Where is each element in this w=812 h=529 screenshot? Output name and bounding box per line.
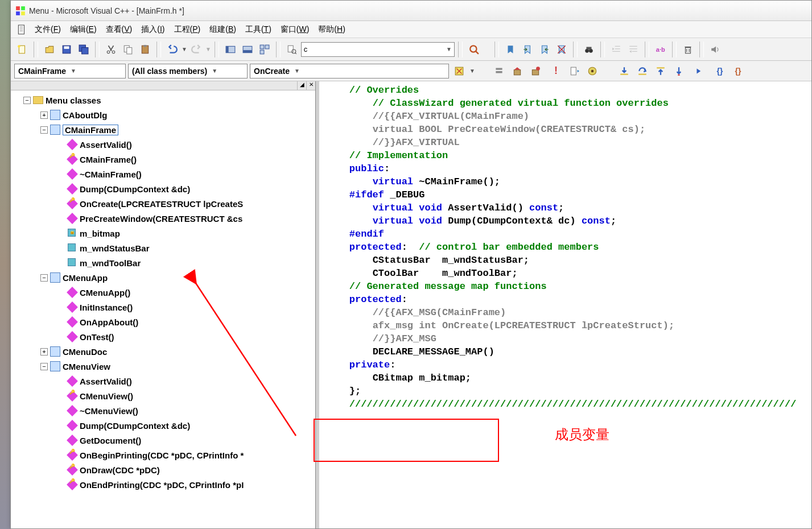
pane-close-button[interactable]: ✕ bbox=[306, 81, 315, 90]
go-button[interactable] bbox=[566, 63, 582, 79]
tree-label[interactable]: OnDraw(CDC *pDC) bbox=[80, 465, 160, 475]
save-all-button[interactable] bbox=[76, 42, 92, 57]
class-tree[interactable]: −Menu classes+CAboutDlg−CMainFrameAssert… bbox=[11, 90, 315, 528]
pane-maximize-button[interactable]: ◢ bbox=[297, 81, 306, 90]
menu-f[interactable]: 文件(F) bbox=[30, 23, 65, 36]
find-in-files-button[interactable] bbox=[284, 42, 300, 57]
tree-node[interactable]: m_wndToolBar bbox=[13, 255, 313, 270]
code-editor-pane[interactable]: // Overrides // ClassWizard generated vi… bbox=[319, 81, 811, 528]
bookmark-toggle-button[interactable] bbox=[502, 42, 518, 57]
paste-button[interactable] bbox=[137, 42, 153, 57]
tree-node[interactable]: −CMenuView bbox=[13, 359, 313, 374]
tree-toggle[interactable]: + bbox=[40, 348, 48, 356]
save-button[interactable] bbox=[59, 42, 75, 57]
tree-node[interactable]: Dump(CDumpContext &dc) bbox=[13, 181, 313, 196]
tree-node[interactable]: Dump(CDumpContext &dc) bbox=[13, 418, 313, 433]
undo-button[interactable] bbox=[164, 42, 180, 57]
unindent-button[interactable] bbox=[625, 42, 641, 57]
tree-label[interactable]: CMainFrame() bbox=[80, 155, 137, 164]
tree-label[interactable]: PreCreateWindow(CREATESTRUCT &cs bbox=[80, 214, 242, 224]
tree-toggle[interactable]: − bbox=[40, 274, 48, 282]
stop-build-button[interactable] bbox=[527, 63, 543, 79]
cut-button[interactable] bbox=[103, 42, 119, 57]
tree-node[interactable]: OnCreate(LPCREATESTRUCT lpCreateS bbox=[13, 196, 313, 211]
tree-label[interactable]: GetDocument() bbox=[80, 436, 141, 445]
step-into-button[interactable] bbox=[616, 63, 632, 79]
tree-node[interactable]: −CMenuApp bbox=[13, 270, 313, 285]
tree-node[interactable]: OnEndPrinting(CDC *pDC, CPrintInfo *pI bbox=[13, 477, 313, 492]
tree-node[interactable]: OnBeginPrinting(CDC *pDC, CPrintInfo * bbox=[13, 448, 313, 462]
tree-label[interactable]: m_bitmap bbox=[80, 229, 120, 238]
tree-node[interactable]: ~CMenuView() bbox=[13, 403, 313, 418]
speaker-button[interactable] bbox=[707, 42, 723, 57]
tree-label[interactable]: CAboutDlg bbox=[63, 110, 107, 120]
wizard-action-button[interactable] bbox=[451, 63, 467, 79]
tree-label[interactable]: OnAppAbout() bbox=[80, 317, 138, 327]
open-button[interactable] bbox=[42, 42, 57, 57]
tree-label[interactable]: m_wndToolBar bbox=[80, 258, 141, 268]
tree-label[interactable]: AssertValid() bbox=[80, 377, 132, 386]
breakpoint-button[interactable] bbox=[584, 63, 600, 79]
indent-button[interactable] bbox=[608, 42, 624, 57]
copy-button[interactable] bbox=[120, 42, 136, 57]
tree-label[interactable]: CMenuApp() bbox=[80, 288, 130, 297]
tree-label[interactable]: Dump(CDumpContext &dc) bbox=[80, 184, 190, 194]
tree-node[interactable]: OnTest() bbox=[13, 329, 313, 344]
find-button[interactable] bbox=[466, 42, 482, 57]
tree-label[interactable]: Menu classes bbox=[46, 96, 101, 105]
tree-label[interactable]: Dump(CDumpContext &dc) bbox=[80, 421, 190, 431]
bookmark-next-button[interactable] bbox=[520, 42, 535, 57]
tree-label[interactable]: CMenuApp bbox=[63, 273, 108, 283]
tree-node[interactable]: AssertValid() bbox=[13, 137, 313, 152]
menu-i[interactable]: 插入(I) bbox=[137, 23, 169, 36]
brace-left-button[interactable]: {} bbox=[712, 63, 728, 79]
tree-label[interactable]: OnCreate(LPCREATESTRUCT lpCreateS bbox=[80, 199, 243, 209]
menu-e[interactable]: 编辑(E) bbox=[65, 23, 101, 36]
member-dropdown[interactable]: OnCreate ▼ bbox=[250, 64, 449, 78]
menu-b[interactable]: 组建(B) bbox=[205, 23, 241, 36]
tree-node[interactable]: +CMenuDoc bbox=[13, 344, 313, 359]
ab-button[interactable]: a·b bbox=[653, 42, 669, 57]
code-editor[interactable]: // Overrides // ClassWizard generated vi… bbox=[319, 81, 811, 413]
step-over-button[interactable] bbox=[634, 63, 650, 79]
tree-node[interactable]: GetDocument() bbox=[13, 433, 313, 448]
tree-label[interactable]: ~CMenuView() bbox=[80, 406, 138, 416]
tree-toggle[interactable]: − bbox=[40, 126, 48, 134]
tree-label[interactable]: AssertValid() bbox=[80, 140, 132, 150]
tree-node[interactable]: CMenuApp() bbox=[13, 285, 313, 300]
bookmark-prev-button[interactable] bbox=[537, 42, 553, 57]
tree-label[interactable]: CMenuDoc bbox=[63, 347, 107, 357]
tree-toggle[interactable]: − bbox=[40, 363, 48, 370]
tree-node[interactable]: +CAboutDlg bbox=[13, 108, 313, 122]
tree-label[interactable]: OnEndPrinting(CDC *pDC, CPrintInfo *pI bbox=[80, 480, 244, 490]
step-out-button[interactable] bbox=[653, 63, 669, 79]
tree-toggle[interactable]: + bbox=[40, 111, 48, 119]
tree-node[interactable]: OnAppAbout() bbox=[13, 315, 313, 329]
bookmark-clear-button[interactable] bbox=[554, 42, 570, 57]
menu-t[interactable]: 工具(T) bbox=[241, 23, 276, 36]
tree-label[interactable]: CMenuView() bbox=[80, 391, 133, 401]
tree-node[interactable]: −CMainFrame bbox=[13, 122, 313, 137]
build-button[interactable] bbox=[509, 63, 525, 79]
tree-node[interactable]: CMainFrame() bbox=[13, 152, 313, 167]
tree-label[interactable]: ~CMainFrame() bbox=[80, 170, 142, 179]
tree-node[interactable]: CMenuView() bbox=[13, 389, 313, 403]
tree-node[interactable]: OnDraw(CDC *pDC) bbox=[13, 462, 313, 477]
tree-label[interactable]: OnBeginPrinting(CDC *pDC, CPrintInfo * bbox=[80, 451, 244, 460]
tree-node[interactable]: PreCreateWindow(CREATESTRUCT &cs bbox=[13, 211, 313, 226]
menu-v[interactable]: 查看(V) bbox=[101, 23, 137, 36]
output-button[interactable] bbox=[240, 42, 255, 57]
window-list-button[interactable] bbox=[257, 42, 273, 57]
execute-button[interactable]: ! bbox=[548, 63, 564, 79]
tree-label[interactable]: CMenuView bbox=[63, 362, 110, 371]
tree-label[interactable]: CMainFrame bbox=[63, 125, 118, 135]
tree-node[interactable]: m_bitmap bbox=[13, 226, 313, 241]
tree-label[interactable]: InitInstance() bbox=[80, 303, 133, 312]
menu-w[interactable]: 窗口(W) bbox=[276, 23, 314, 36]
tree-node[interactable]: AssertValid() bbox=[13, 374, 313, 389]
menu-p[interactable]: 工程(P) bbox=[170, 23, 205, 36]
delete-button[interactable] bbox=[680, 42, 696, 57]
workspace-button[interactable] bbox=[222, 42, 238, 57]
tree-label[interactable]: OnTest() bbox=[80, 332, 114, 342]
tree-node[interactable]: m_wndStatusBar bbox=[13, 241, 313, 255]
